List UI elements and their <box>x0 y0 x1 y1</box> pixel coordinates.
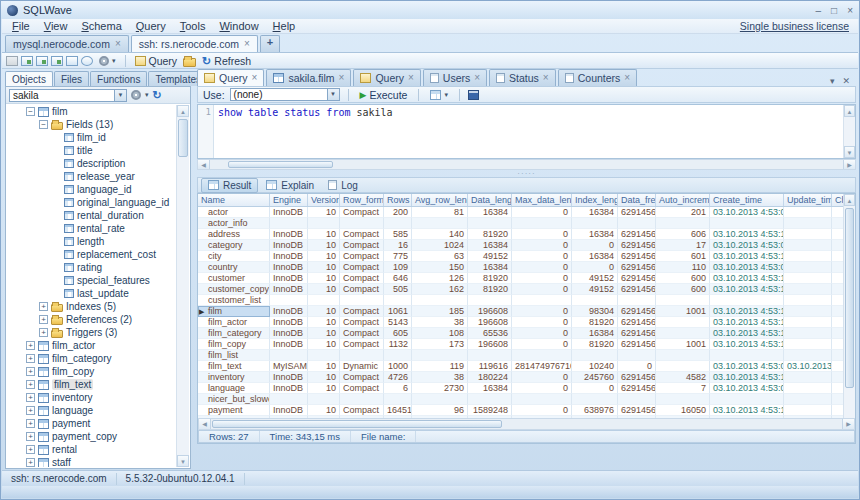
cell[interactable] <box>832 317 843 328</box>
cell[interactable]: 17 <box>656 240 710 251</box>
export-button[interactable]: ▾ <box>427 89 451 101</box>
cell[interactable]: 196608 <box>468 317 512 328</box>
expand-icon[interactable]: + <box>26 341 35 350</box>
cell[interactable] <box>384 350 412 361</box>
table-row[interactable]: film_list <box>198 350 843 361</box>
grid-horizontal-scrollbar[interactable]: ◀ ▶ <box>198 418 855 430</box>
cell[interactable]: 38 <box>412 317 468 328</box>
sidebar-tab-objects[interactable]: Objects <box>5 71 53 86</box>
cell[interactable] <box>832 328 843 339</box>
cell[interactable] <box>384 218 412 229</box>
tree-item[interactable]: title <box>7 144 176 157</box>
column-header-row_format[interactable]: Row_format <box>340 194 384 206</box>
cell[interactable]: 65536 <box>468 328 512 339</box>
cell[interactable]: inventory <box>198 372 270 383</box>
expand-icon[interactable]: + <box>26 445 35 454</box>
cell[interactable]: InnoDB <box>270 339 308 350</box>
cell[interactable]: language <box>198 383 270 394</box>
scroll-right-icon[interactable]: ▶ <box>843 160 855 169</box>
tree-item[interactable]: replacement_cost <box>7 248 176 261</box>
cell[interactable]: InnoDB <box>270 383 308 394</box>
cell[interactable]: 0 <box>512 240 572 251</box>
cell[interactable] <box>784 240 832 251</box>
editor-hscroll-thumb[interactable] <box>228 161 333 168</box>
column-header-max_data_length[interactable]: Max_data_length <box>512 194 572 206</box>
tree-item[interactable]: film_id <box>7 131 176 144</box>
cell[interactable]: 0 <box>512 207 572 218</box>
cell[interactable]: country <box>198 262 270 273</box>
cell[interactable]: 126 <box>412 273 468 284</box>
cell[interactable]: 0 <box>572 262 618 273</box>
sql-editor[interactable]: 1 show table status from sakila ▲ ▼ <box>197 104 856 159</box>
schema-window-icon[interactable] <box>51 56 63 66</box>
cell[interactable]: 10 <box>308 273 340 284</box>
scroll-left-icon[interactable]: ◀ <box>198 160 210 169</box>
cell[interactable]: nicer_but_slower_film_list <box>198 394 270 405</box>
expand-icon[interactable]: + <box>26 367 35 376</box>
menu-help[interactable]: Help <box>266 20 303 32</box>
close-icon[interactable]: × <box>624 73 630 83</box>
cell[interactable] <box>656 295 710 306</box>
cell[interactable]: Compact <box>340 405 384 416</box>
cell[interactable]: 16384 <box>572 207 618 218</box>
cell[interactable]: 638976 <box>572 405 618 416</box>
cell[interactable] <box>468 394 512 405</box>
close-button[interactable]: × <box>847 5 853 16</box>
cell[interactable]: 03.10.2013 4:53:04 <box>710 383 784 394</box>
cell[interactable] <box>832 361 843 372</box>
cell[interactable]: 10 <box>308 306 340 317</box>
cell[interactable]: 140 <box>412 229 468 240</box>
cell[interactable] <box>784 394 832 405</box>
cell[interactable] <box>656 317 710 328</box>
cell[interactable] <box>784 273 832 284</box>
cell[interactable]: 49152 <box>572 273 618 284</box>
table-row[interactable]: film_copyInnoDB10Compact1132173196608081… <box>198 339 843 350</box>
doc-tab-query[interactable]: Query× <box>353 69 420 86</box>
cell[interactable] <box>832 339 843 350</box>
column-header-data_length[interactable]: Data_length <box>468 194 512 206</box>
cell[interactable] <box>308 350 340 361</box>
doc-tab-counters[interactable]: Counters× <box>558 69 637 86</box>
tree-item[interactable]: last_update <box>7 287 176 300</box>
cell[interactable]: 4726 <box>384 372 412 383</box>
cell[interactable] <box>618 350 656 361</box>
cell[interactable] <box>412 350 468 361</box>
cell[interactable]: 10 <box>308 383 340 394</box>
cell[interactable] <box>832 405 843 416</box>
tree-item[interactable]: release_year <box>7 170 176 183</box>
cell[interactable] <box>784 350 832 361</box>
cell[interactable] <box>270 350 308 361</box>
cell[interactable]: 49152 <box>572 284 618 295</box>
cell[interactable]: 03.10.2013 4:53:17 <box>710 372 784 383</box>
cell[interactable] <box>784 383 832 394</box>
collapse-icon[interactable]: − <box>39 120 48 129</box>
cell[interactable]: InnoDB <box>270 240 308 251</box>
cell[interactable] <box>572 218 618 229</box>
cell[interactable]: 03.10.2013 4:53:16 <box>710 229 784 240</box>
cell[interactable]: 119616 <box>468 361 512 372</box>
cell[interactable]: 03.10.2013 4:53:17 <box>710 328 784 339</box>
cell[interactable]: ▶film <box>198 306 270 317</box>
cell[interactable] <box>656 350 710 361</box>
cell[interactable]: city <box>198 251 270 262</box>
scroll-down-icon[interactable]: ▼ <box>844 146 855 158</box>
cell[interactable] <box>784 229 832 240</box>
cell[interactable]: 0 <box>512 306 572 317</box>
cell[interactable]: 1001 <box>656 339 710 350</box>
cell[interactable]: 196608 <box>468 339 512 350</box>
expand-icon[interactable]: + <box>39 328 48 337</box>
cell[interactable] <box>512 394 572 405</box>
table-row[interactable]: inventoryInnoDB10Compact4726381802240245… <box>198 372 843 383</box>
cell[interactable]: 6291456 <box>618 207 656 218</box>
cell[interactable] <box>270 394 308 405</box>
expand-icon[interactable]: + <box>26 406 35 415</box>
cell[interactable]: 10 <box>308 284 340 295</box>
close-icon[interactable]: × <box>543 73 549 83</box>
cell[interactable]: 81920 <box>468 284 512 295</box>
cell[interactable]: film_actor <box>198 317 270 328</box>
tree-item[interactable]: +film_category <box>7 352 176 365</box>
cell[interactable]: 601 <box>656 251 710 262</box>
cell[interactable] <box>412 394 468 405</box>
grid-hscroll-thumb[interactable] <box>212 420 502 428</box>
close-icon[interactable]: × <box>244 39 250 49</box>
